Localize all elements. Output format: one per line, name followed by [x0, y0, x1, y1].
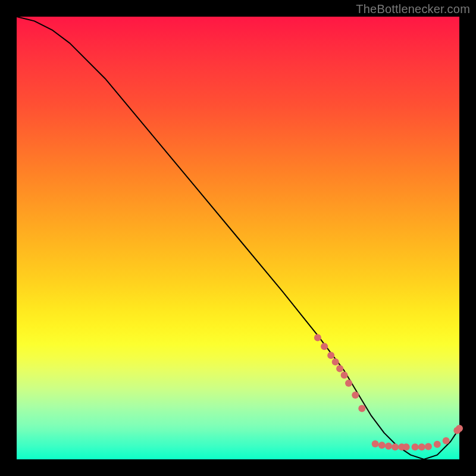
data-marker [412, 443, 419, 450]
data-marker [321, 343, 328, 350]
data-marker [352, 392, 359, 399]
attribution-label: TheBottlenecker.com [356, 2, 470, 16]
data-marker [332, 358, 339, 365]
data-marker [341, 372, 348, 379]
plot-area [17, 17, 459, 459]
data-marker [345, 380, 352, 387]
data-marker [403, 443, 410, 450]
data-marker [456, 425, 463, 432]
curve-markers [314, 334, 463, 450]
chart-frame: TheBottlenecker.com [0, 0, 476, 476]
data-marker [358, 405, 365, 412]
data-marker [372, 440, 379, 447]
data-marker [418, 443, 425, 450]
data-marker [327, 352, 334, 359]
data-marker [443, 437, 450, 444]
bottleneck-curve [17, 17, 459, 459]
data-marker [392, 443, 399, 450]
curve-layer [17, 17, 459, 459]
data-marker [314, 334, 321, 341]
data-marker [385, 443, 392, 450]
data-marker [336, 365, 343, 372]
data-marker [434, 441, 441, 448]
data-marker [425, 443, 432, 450]
data-marker [378, 441, 386, 449]
